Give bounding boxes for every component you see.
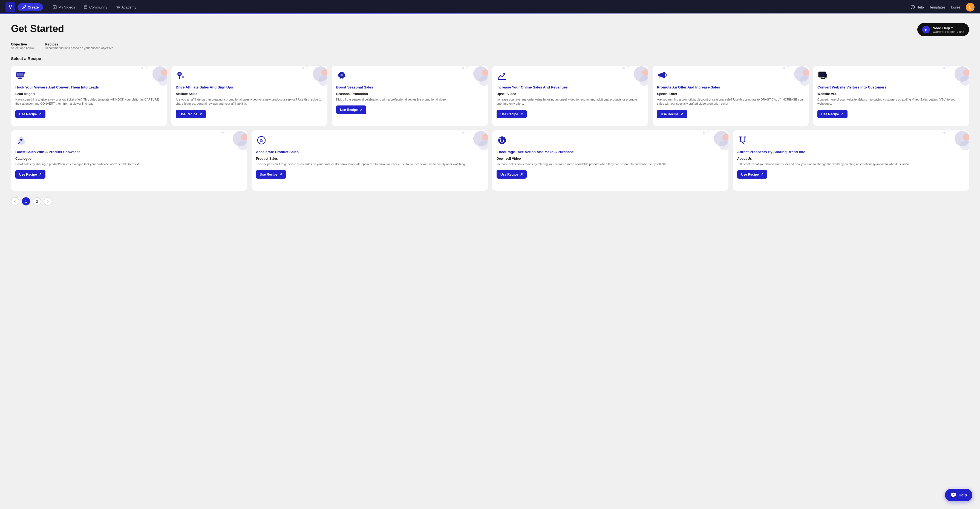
card-desc: Increase your average order value by usi… xyxy=(496,97,644,106)
card-deco xyxy=(217,131,247,152)
svg-point-42 xyxy=(803,69,809,76)
username-label: louise xyxy=(951,5,960,9)
use-recipe-button[interactable]: Use Recipe ↗ xyxy=(256,170,286,179)
logo-text: V xyxy=(9,5,12,10)
recipe-card-card-8[interactable]: Accelerate Product Sales Product Sales T… xyxy=(251,131,488,191)
card-deco xyxy=(297,66,328,88)
svg-point-28 xyxy=(473,66,488,81)
cards-grid-row2: Boost Sales With A Product Showcase Cata… xyxy=(11,131,969,191)
arrow-icon: ↗ xyxy=(360,108,363,112)
svg-point-29 xyxy=(479,76,488,86)
recipe-card-card-9[interactable]: Encourage Take Action And Make A Purchas… xyxy=(492,131,729,191)
svg-point-9 xyxy=(161,69,167,76)
svg-point-35 xyxy=(639,76,648,86)
svg-point-47 xyxy=(955,66,969,81)
svg-point-49 xyxy=(963,69,969,76)
card-title: Promote An Offer And Increase Sales xyxy=(657,85,804,90)
pagination-page-2[interactable]: 2 xyxy=(33,197,41,206)
my-videos-nav[interactable]: My Videos xyxy=(48,5,79,9)
academy-nav[interactable]: Academy xyxy=(112,5,141,9)
svg-point-31 xyxy=(462,67,464,69)
recipe-card-card-10[interactable]: Attract Prospects By Sharing Brand Info … xyxy=(733,131,969,191)
svg-point-82 xyxy=(943,131,945,134)
help-nav[interactable]: Help xyxy=(910,5,924,9)
arrow-icon: ↗ xyxy=(841,112,844,116)
recipe-card-card-4[interactable]: Increase Your Online Sales And Revenues … xyxy=(492,66,648,126)
header-area: Get Started Objective Select one below →… xyxy=(11,23,969,49)
avatar-initials: L xyxy=(969,5,971,9)
card-icon-rocket2 xyxy=(15,135,27,147)
svg-point-40 xyxy=(794,66,809,81)
recipe-card-card-6[interactable]: Convert Website Visitors Into Customers … xyxy=(813,66,969,126)
floating-help-button[interactable]: 💬 Help xyxy=(945,489,972,501)
card-subtitle: Upsell Video xyxy=(496,92,644,96)
card-title: Convert Website Visitors Into Customers xyxy=(818,85,965,90)
templates-nav[interactable]: Templates xyxy=(929,5,945,9)
svg-point-34 xyxy=(634,66,648,81)
svg-point-26 xyxy=(178,73,181,75)
card-icon-rocket xyxy=(336,70,348,82)
rocket-icon xyxy=(22,5,26,9)
use-recipe-button[interactable]: Use Recipe ↗ xyxy=(496,170,527,179)
use-recipe-button[interactable]: Use Recipe ↗ xyxy=(15,110,45,118)
svg-point-8 xyxy=(158,76,167,86)
use-recipe-label: Use Recipe xyxy=(500,112,518,116)
help-tutorial-button[interactable]: ▶ Need Help ? Watch our tutorial video xyxy=(917,23,969,36)
arrow-icon: ↗ xyxy=(38,172,41,176)
card-title: Increase Your Online Sales And Revenues xyxy=(496,85,644,90)
svg-point-79 xyxy=(955,131,969,146)
svg-point-65 xyxy=(479,140,488,150)
use-recipe-button[interactable]: Use Recipe ↗ xyxy=(818,110,848,118)
breadcrumb: Objective Select one below → Recipes Rec… xyxy=(11,42,969,49)
recipe-card-card-1[interactable]: Hook Your Viewers And Convert Them Into … xyxy=(11,66,167,126)
svg-point-7 xyxy=(153,66,167,81)
use-recipe-button[interactable]: Use Recipe ↗ xyxy=(657,110,687,118)
svg-point-27 xyxy=(182,76,184,78)
use-recipe-button[interactable]: Use Recipe ↗ xyxy=(496,110,527,118)
community-nav[interactable]: Community xyxy=(80,5,112,9)
card-desc: Boost sales by sharing a product/service… xyxy=(15,162,243,167)
card-subtitle: Special Offer xyxy=(657,92,804,96)
svg-point-33 xyxy=(340,74,343,76)
svg-point-67 xyxy=(462,131,464,134)
use-recipe-button[interactable]: Use Recipe ↗ xyxy=(176,110,206,118)
pagination-page-1[interactable]: 1 xyxy=(22,197,30,206)
svg-point-21 xyxy=(321,69,328,76)
card-icon-monitor xyxy=(818,70,829,82)
recipe-card-card-7[interactable]: Boost Sales With A Product Showcase Cata… xyxy=(11,131,247,191)
use-recipe-label: Use Recipe xyxy=(19,172,37,176)
use-recipe-button[interactable]: Use Recipe ↗ xyxy=(15,170,45,179)
breadcrumb-recipes-sub: Recommendations based on your chosen obj… xyxy=(45,46,113,49)
use-recipe-label: Use Recipe xyxy=(180,112,197,116)
recipe-card-card-3[interactable]: Boost Seasonal Sales Seasonal Promotion … xyxy=(332,66,488,126)
arrow-icon: ↗ xyxy=(199,112,202,116)
card-subtitle: Catalogue xyxy=(15,157,243,161)
help-tutorial-title: Need Help ? xyxy=(933,26,964,30)
use-recipe-label: Use Recipe xyxy=(741,172,759,176)
create-button[interactable]: Create xyxy=(18,3,43,11)
pagination-next[interactable]: › xyxy=(44,197,52,206)
recipe-card-card-5[interactable]: Promote An Offer And Increase Sales Spec… xyxy=(652,66,809,126)
main-content: Get Started Objective Select one below →… xyxy=(0,14,980,509)
card-icon-tv xyxy=(15,70,27,82)
card-title: Accelerate Product Sales xyxy=(256,150,484,155)
use-recipe-button[interactable]: Use Recipe ↗ xyxy=(737,170,767,179)
card-subtitle: Downsell Video xyxy=(496,157,724,161)
svg-point-66 xyxy=(482,134,488,140)
pagination-prev[interactable]: ‹ xyxy=(11,197,19,206)
card-subtitle: Product Sales xyxy=(256,157,484,161)
use-recipe-label: Use Recipe xyxy=(661,112,679,116)
svg-point-60 xyxy=(241,134,247,140)
card-icon-magnet xyxy=(737,135,749,147)
user-avatar[interactable]: L xyxy=(966,3,975,11)
recipe-card-card-2[interactable]: Drive Affiliate Sales And Sign Ups Affil… xyxy=(171,66,328,126)
card-deco xyxy=(458,66,488,88)
arrow-icon: ↗ xyxy=(760,172,764,176)
create-label: Create xyxy=(28,5,38,9)
card-desc: Increase sales conversions by offering y… xyxy=(496,162,724,167)
use-recipe-button[interactable]: Use Recipe ↗ xyxy=(336,105,366,114)
svg-point-62 xyxy=(226,131,228,132)
svg-point-32 xyxy=(466,66,468,68)
card-desc: Are you running a promotion, discount or… xyxy=(657,97,804,106)
svg-point-72 xyxy=(719,140,729,150)
